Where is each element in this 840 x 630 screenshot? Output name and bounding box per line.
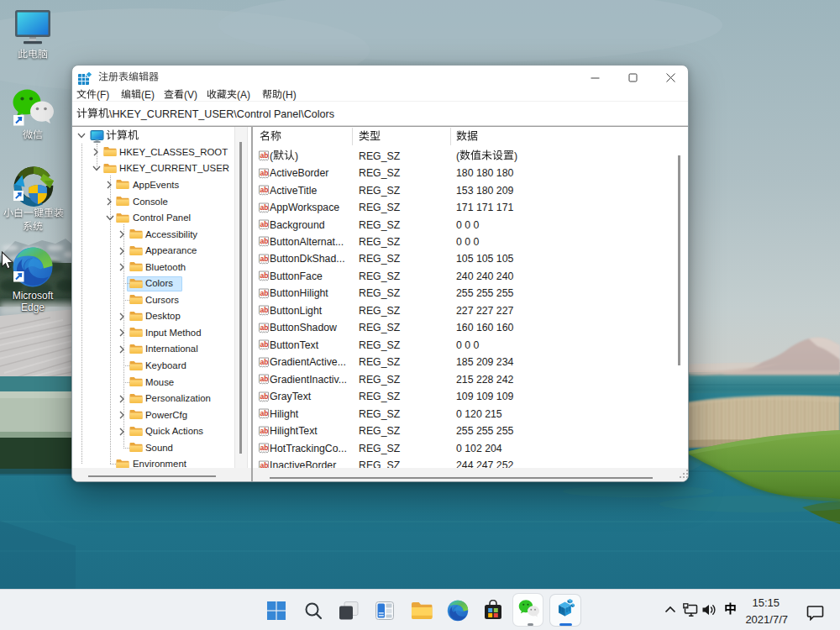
svg-text:ab: ab (260, 151, 268, 160)
svg-text:ab: ab (260, 375, 268, 383)
svg-text:ab: ab (260, 220, 268, 228)
svg-text:ab: ab (260, 409, 268, 417)
svg-text:ab: ab (260, 323, 268, 332)
svg-text:ab: ab (260, 289, 268, 297)
svg-text:ab: ab (260, 237, 268, 245)
svg-text:ab: ab (260, 271, 268, 280)
svg-text:ab: ab (260, 168, 268, 176)
svg-text:ab: ab (260, 340, 268, 349)
svg-text:ab: ab (260, 306, 268, 314)
svg-text:ab: ab (260, 444, 268, 452)
svg-text:ab: ab (260, 426, 268, 434)
svg-text:ab: ab (260, 202, 268, 211)
svg-text:ab: ab (260, 357, 268, 365)
svg-text:ab: ab (260, 255, 268, 263)
svg-text:ab: ab (260, 186, 268, 194)
svg-text:ab: ab (260, 391, 268, 400)
